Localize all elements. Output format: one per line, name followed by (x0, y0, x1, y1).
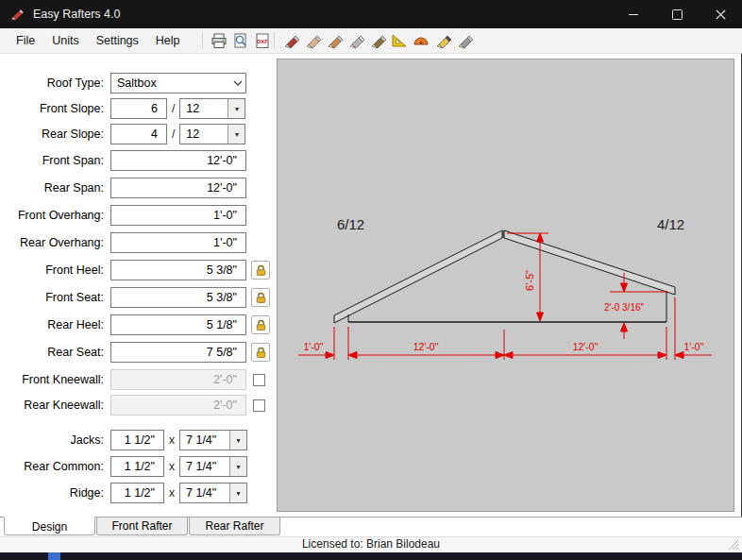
pencil-brown-tool-button[interactable] (367, 29, 389, 52)
menu-help[interactable]: Help (147, 30, 189, 51)
jacks-depth-select[interactable]: 7 1/4" ▼ (179, 430, 247, 450)
pencil-yellow-tool-button[interactable] (432, 29, 454, 52)
pencil-yellow-icon (433, 31, 452, 50)
front-heel-lock-button[interactable] (251, 261, 270, 280)
tab-bar: Design Front Rafter Rear Rafter (0, 517, 742, 536)
close-button[interactable] (699, 0, 742, 28)
toolbar: DXF (202, 29, 476, 52)
front-slope-run-value: 12 (180, 102, 228, 115)
dimension-separator: x (169, 460, 175, 473)
rear-seat-lock-button[interactable] (251, 343, 270, 362)
dxf-export-button[interactable]: DXF (252, 29, 274, 52)
rear-heel-lock-button[interactable] (251, 315, 270, 334)
jacks-depth-value: 7 1/4" (180, 433, 229, 447)
rear-overhang-row: Rear Overhang: (4, 232, 272, 253)
pencil-red-tool-button[interactable] (280, 29, 302, 52)
roof-diagram: 6/12 4/12 (278, 59, 734, 511)
taskbar-item[interactable] (48, 552, 60, 560)
front-kneewall-row: Front Kneewall: (4, 369, 272, 390)
app-window: Easy Rafters 4.0 File Units Settings Hel… (0, 0, 742, 552)
menu-settings[interactable]: Settings (88, 30, 147, 51)
menu-units[interactable]: Units (43, 30, 87, 51)
chevron-down-icon[interactable] (229, 74, 245, 93)
taskbar (0, 552, 742, 560)
rear-kneewall-checkbox[interactable] (253, 399, 265, 412)
front-seat-input[interactable] (110, 287, 246, 308)
front-slope-rise-input[interactable] (110, 98, 167, 119)
rear-slope-run-select[interactable]: 12 ▼ (179, 124, 245, 144)
ridge-label: Ridge: (4, 486, 110, 500)
front-overhang-label: Front Overhang: (4, 209, 110, 222)
toolbar-separator (202, 32, 203, 49)
menu-file[interactable]: File (8, 30, 43, 51)
rear-slope-diagram-label: 4/12 (657, 216, 684, 232)
rear-common-thickness-input[interactable] (110, 456, 164, 477)
protractor-tool-button[interactable] (411, 29, 432, 52)
dropdown-arrow-icon[interactable]: ▼ (229, 431, 246, 450)
tab-rear-rafter[interactable]: Rear Rafter (189, 518, 280, 535)
rear-common-depth-value: 7 1/4" (180, 460, 229, 473)
rear-span-row: Rear Span: (4, 178, 272, 198)
front-seat-row: Front Seat: (4, 287, 272, 308)
roof-type-select[interactable]: Saltbox (110, 73, 246, 93)
pencil-gray-tool-button[interactable] (454, 29, 476, 52)
rear-kneewall-label: Rear Kneewall: (4, 399, 110, 412)
slope-separator: / (172, 102, 175, 115)
lock-icon (255, 347, 267, 359)
rear-common-row: Rear Common: x 7 1/4" ▼ (4, 456, 272, 477)
dimension-lines (298, 233, 712, 360)
print-button[interactable] (209, 29, 230, 52)
pencil-orange-icon (325, 31, 344, 50)
set-square-tool-button[interactable] (389, 29, 411, 52)
pencil-orange-tool-button[interactable] (324, 29, 346, 52)
front-seat-lock-button[interactable] (251, 288, 270, 307)
rear-heel-input[interactable] (110, 314, 246, 335)
maximize-button[interactable] (655, 0, 699, 28)
front-slope-diagram-label: 6/12 (337, 216, 364, 232)
pencil-tan-tool-button[interactable] (302, 29, 324, 52)
rear-slope-row: Rear Slope: / 12 ▼ (4, 124, 272, 144)
toolbar-separator (274, 32, 275, 49)
rear-common-depth-select[interactable]: 7 1/4" ▼ (179, 456, 247, 477)
dropdown-arrow-icon[interactable]: ▼ (229, 457, 246, 476)
jacks-row: Jacks: x 7 1/4" ▼ (4, 430, 272, 450)
rear-heel-row: Rear Heel: (4, 314, 272, 335)
roof-type-row: Roof Type: Saltbox (4, 73, 272, 93)
rear-seat-input[interactable] (110, 342, 246, 363)
dropdown-arrow-icon[interactable]: ▼ (229, 484, 246, 502)
rear-span-input[interactable] (110, 178, 246, 198)
print-preview-button[interactable] (230, 29, 252, 52)
pencil-silver-tool-button[interactable] (346, 29, 367, 52)
front-heel-input[interactable] (110, 260, 246, 280)
form-panel: Roof Type: Saltbox Front Slope: / 12 ▼ R… (0, 54, 276, 517)
minimize-button[interactable] (612, 0, 655, 28)
dxf-export-icon: DXF (254, 33, 271, 49)
tab-front-rafter[interactable]: Front Rafter (96, 518, 188, 535)
ridge-depth-select[interactable]: 7 1/4" ▼ (179, 483, 247, 503)
dropdown-arrow-icon[interactable]: ▼ (228, 125, 245, 144)
jacks-thickness-input[interactable] (110, 430, 164, 450)
app-logo-icon (9, 7, 25, 22)
dropdown-arrow-icon[interactable]: ▼ (228, 99, 245, 118)
menubar: File Units Settings Help (0, 28, 742, 54)
resize-grip[interactable] (727, 538, 739, 551)
rear-overhang-input[interactable] (110, 232, 246, 253)
caption-buttons (612, 0, 742, 28)
dxf-label: DXF (257, 39, 268, 44)
front-overhang-row: Front Overhang: (4, 205, 272, 226)
rear-common-label: Rear Common: (4, 460, 110, 473)
rear-kneewall-input (110, 395, 246, 416)
ridge-thickness-input[interactable] (110, 483, 164, 503)
front-slope-run-select[interactable]: 12 ▼ (179, 98, 245, 119)
rear-slope-rise-input[interactable] (110, 124, 167, 144)
tab-design[interactable]: Design (4, 517, 95, 535)
front-overhang-input[interactable] (110, 205, 246, 226)
dimension-separator: x (169, 486, 175, 500)
front-span-input[interactable] (110, 150, 246, 171)
front-kneewall-checkbox[interactable] (253, 374, 265, 386)
front-slope-row: Front Slope: / 12 ▼ (4, 98, 272, 119)
close-icon (716, 9, 726, 20)
rear-seat-label: Rear Seat: (4, 346, 110, 359)
front-overhang-dim-text: 1'-0" (304, 341, 324, 352)
ridge-depth-value: 7 1/4" (180, 486, 229, 500)
